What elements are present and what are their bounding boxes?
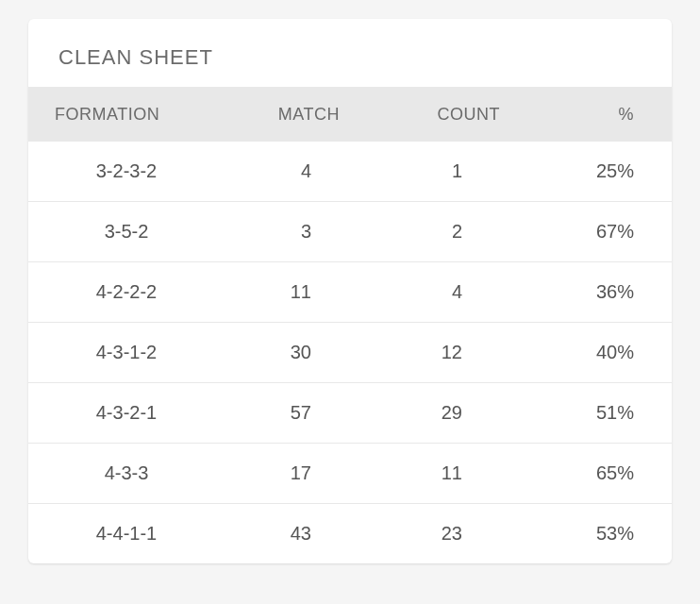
cell-percent: 53% <box>509 504 672 564</box>
cell-count: 2 <box>349 202 509 262</box>
cell-count: 12 <box>349 323 509 383</box>
cell-formation: 3-2-3-2 <box>28 142 208 202</box>
table-row: 4-3-3 17 11 65% <box>28 444 672 504</box>
cell-percent: 40% <box>509 323 672 383</box>
table-row: 3-5-2 3 2 67% <box>28 202 672 262</box>
col-header-percent: % <box>509 88 672 142</box>
cell-count: 1 <box>349 142 509 202</box>
table-row: 4-3-2-1 57 29 51% <box>28 383 672 444</box>
table-row: 4-2-2-2 11 4 36% <box>28 262 672 323</box>
table-row: 3-2-3-2 4 1 25% <box>28 142 672 202</box>
card-title: CLEAN SHEET <box>28 19 672 88</box>
table-row: 4-4-1-1 43 23 53% <box>28 504 672 564</box>
col-header-formation: FORMATION <box>28 88 208 142</box>
cell-percent: 65% <box>509 444 672 504</box>
cell-percent: 51% <box>509 383 672 444</box>
cell-match: 4 <box>208 142 349 202</box>
cell-count: 29 <box>349 383 509 444</box>
cell-match: 3 <box>208 202 349 262</box>
cell-count: 23 <box>349 504 509 564</box>
formation-table: FORMATION MATCH COUNT % 3-2-3-2 4 1 25% … <box>28 88 672 563</box>
cell-match: 43 <box>208 504 349 564</box>
cell-formation: 4-4-1-1 <box>28 504 208 564</box>
table-header-row: FORMATION MATCH COUNT % <box>28 88 672 142</box>
cell-match: 11 <box>208 262 349 323</box>
cell-match: 17 <box>208 444 349 504</box>
cell-formation: 4-2-2-2 <box>28 262 208 323</box>
table-body: 3-2-3-2 4 1 25% 3-5-2 3 2 67% 4-2-2-2 11… <box>28 142 672 563</box>
col-header-count: COUNT <box>349 88 509 142</box>
cell-percent: 36% <box>509 262 672 323</box>
cell-percent: 25% <box>509 142 672 202</box>
cell-formation: 4-3-1-2 <box>28 323 208 383</box>
cell-formation: 3-5-2 <box>28 202 208 262</box>
cell-count: 4 <box>349 262 509 323</box>
cell-match: 57 <box>208 383 349 444</box>
cell-formation: 4-3-2-1 <box>28 383 208 444</box>
cell-formation: 4-3-3 <box>28 444 208 504</box>
cell-match: 30 <box>208 323 349 383</box>
cell-percent: 67% <box>509 202 672 262</box>
col-header-match: MATCH <box>208 88 349 142</box>
table-row: 4-3-1-2 30 12 40% <box>28 323 672 383</box>
stats-card: CLEAN SHEET FORMATION MATCH COUNT % 3-2-… <box>28 19 672 563</box>
cell-count: 11 <box>349 444 509 504</box>
